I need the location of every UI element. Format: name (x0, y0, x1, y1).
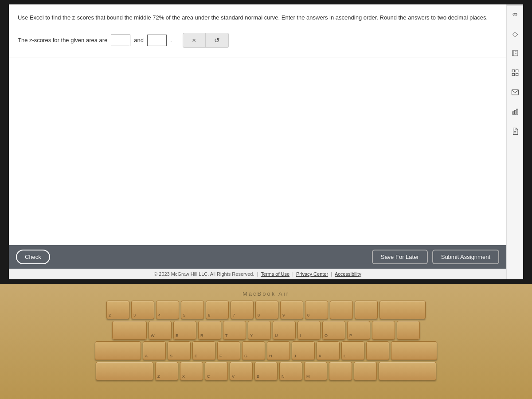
key-return[interactable] (391, 341, 437, 360)
question-text: Use Excel to find the z-scores that boun… (18, 13, 497, 22)
key-caps[interactable] (95, 341, 141, 360)
key-p[interactable]: P (347, 321, 370, 340)
svg-rect-1 (516, 70, 518, 72)
book-icon[interactable] (509, 47, 521, 59)
key-5[interactable]: 5 (181, 301, 204, 319)
action-buttons: × ↺ (183, 33, 229, 48)
key-3[interactable]: 3 (131, 301, 154, 319)
key-o[interactable]: O (322, 321, 345, 340)
key-d[interactable]: D (192, 341, 215, 360)
svg-rect-7 (516, 109, 518, 114)
bottom-right-buttons: Save For Later Submit Assignment (372, 250, 499, 264)
key-4[interactable]: 4 (156, 301, 179, 319)
undo-button[interactable]: ↺ (206, 33, 229, 48)
terms-link[interactable]: Terms of Use (261, 271, 289, 277)
footer-sep-3: | (331, 271, 332, 277)
key-f[interactable]: F (217, 341, 240, 360)
svg-rect-0 (512, 70, 514, 72)
copyright-text: © 2023 McGraw Hill LLC. All Rights Reser… (154, 271, 254, 277)
grid-icon[interactable] (509, 66, 521, 79)
accessibility-link[interactable]: Accessibility (335, 271, 361, 277)
key-w[interactable]: W (149, 321, 172, 340)
key-v[interactable]: V (230, 362, 253, 380)
macbook-label: MacBook Air (243, 290, 289, 297)
answer-prefix: The z-scores for the given area are (18, 37, 107, 43)
right-sidebar: ∞ ◇ (506, 4, 523, 279)
save-later-button[interactable]: Save For Later (372, 250, 428, 264)
answer-row: The z-scores for the given area are and … (18, 29, 497, 53)
key-j[interactable]: J (292, 341, 315, 360)
svg-rect-3 (516, 74, 518, 76)
key-t[interactable]: T (223, 321, 246, 340)
key-8[interactable]: 8 (255, 301, 278, 319)
clear-button[interactable]: × (183, 33, 206, 48)
footer-bar: © 2023 McGraw Hill LLC. All Rights Reser… (9, 269, 506, 279)
chart-icon[interactable] (509, 106, 521, 118)
footer-sep-2: | (292, 271, 293, 277)
key-semicolon[interactable] (366, 341, 389, 360)
privacy-link[interactable]: Privacy Center (296, 271, 328, 277)
submit-assignment-button[interactable]: Submit Assignment (432, 250, 499, 264)
key-n[interactable]: N (279, 362, 302, 380)
answer-suffix: . (170, 37, 172, 43)
check-button[interactable]: Check (16, 250, 50, 264)
keyboard-row-4: Z X C V B N M (96, 362, 436, 380)
svg-rect-4 (512, 90, 518, 95)
answer-input-2[interactable] (147, 35, 167, 46)
key-2[interactable]: 2 (106, 301, 129, 319)
key-r[interactable]: R (198, 321, 221, 340)
keyboard-row-2: W E R T Y U I O P (112, 321, 420, 340)
main-content: Use Excel to find the z-scores that boun… (9, 4, 506, 279)
key-b[interactable]: B (254, 362, 278, 380)
key-bracket-r[interactable] (397, 321, 420, 340)
key-shift-r[interactable] (379, 362, 436, 380)
svg-rect-2 (512, 74, 514, 76)
key-e[interactable]: E (173, 321, 196, 340)
diamond-icon[interactable]: ◇ (509, 27, 521, 40)
keyboard-row-1: 2 3 4 5 6 7 8 9 0 (106, 301, 426, 319)
key-9[interactable]: 9 (280, 301, 303, 319)
key-i[interactable]: I (297, 321, 321, 340)
key-k[interactable]: K (317, 341, 340, 360)
key-u[interactable]: U (273, 321, 296, 340)
key-c[interactable]: C (205, 362, 228, 380)
keyboard-row-3: A S D F G H J K L (95, 341, 437, 360)
work-area (9, 58, 506, 246)
file-icon[interactable] (509, 125, 521, 137)
footer-sep-1: | (257, 271, 258, 277)
key-delete[interactable] (379, 301, 426, 319)
key-6[interactable]: 6 (206, 301, 229, 319)
key-g[interactable]: G (242, 341, 265, 360)
key-equals[interactable] (355, 301, 378, 319)
key-shift-l[interactable] (96, 362, 153, 380)
key-7[interactable]: 7 (231, 301, 254, 319)
key-comma[interactable] (329, 362, 352, 380)
question-area: Use Excel to find the z-scores that boun… (9, 4, 506, 58)
key-bracket-l[interactable] (372, 321, 395, 340)
key-minus[interactable] (330, 301, 353, 319)
svg-rect-5 (512, 112, 514, 114)
key-s[interactable]: S (168, 341, 191, 360)
key-x[interactable]: X (180, 362, 203, 380)
key-y[interactable]: Y (248, 321, 271, 340)
key-period[interactable] (354, 362, 377, 380)
svg-rect-6 (514, 110, 516, 114)
key-m[interactable]: M (304, 362, 327, 380)
key-a[interactable]: A (143, 341, 166, 360)
answer-and: and (134, 37, 144, 43)
bottom-bar: Check Save For Later Submit Assignment (9, 245, 506, 269)
envelope-icon[interactable] (509, 86, 521, 98)
key-tab[interactable] (112, 321, 147, 340)
answer-input-1[interactable] (111, 35, 130, 46)
keyboard-area: MacBook Air 2 3 4 5 6 7 8 9 0 W E R T Y … (0, 286, 532, 399)
key-l[interactable]: L (341, 341, 364, 360)
infinity-icon[interactable]: ∞ (509, 8, 521, 20)
key-h[interactable]: H (267, 341, 290, 360)
key-z[interactable]: Z (155, 362, 178, 380)
key-0[interactable]: 0 (305, 301, 328, 319)
